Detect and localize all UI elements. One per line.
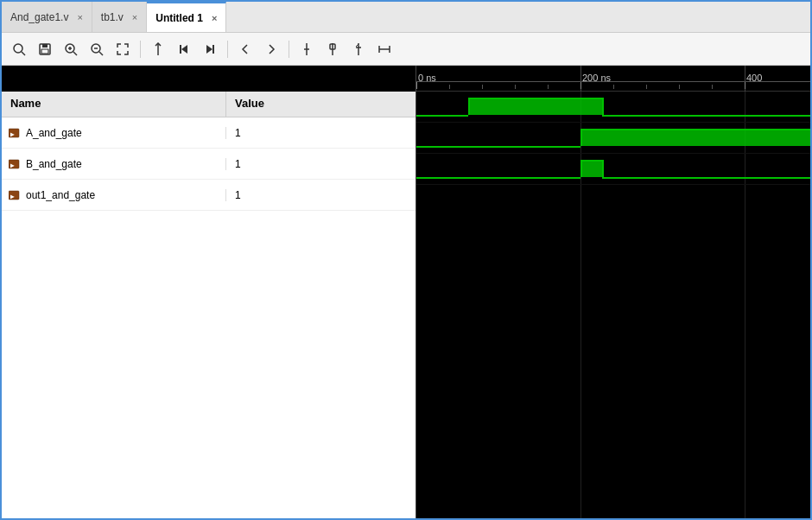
tab-and-gate[interactable]: And_gate1.v × xyxy=(2,2,92,32)
prev-edge-button[interactable] xyxy=(172,37,196,61)
signal-row-out[interactable]: ▶ out1_and_gate 1 xyxy=(2,180,416,211)
signal-icon-a: ▶ xyxy=(9,127,22,139)
wave-a-fall xyxy=(602,98,604,115)
tab-untitled-label: Untitled 1 xyxy=(155,12,203,24)
add-cursor-button[interactable] xyxy=(295,37,319,61)
svg-text:▶: ▶ xyxy=(10,193,15,200)
wave-out-low1 xyxy=(416,177,580,179)
tab-and-gate-close[interactable]: × xyxy=(77,12,82,22)
svg-rect-16 xyxy=(213,45,214,54)
signal-label-a: A_and_gate xyxy=(26,127,82,139)
save-button[interactable] xyxy=(33,37,57,61)
tab-tb1[interactable]: tb1.v × xyxy=(92,2,147,32)
wave-out-fall xyxy=(602,160,604,177)
signal-label-b: B_and_gate xyxy=(26,158,82,170)
time-label-200: 200 ns xyxy=(582,73,611,83)
wave-row-a xyxy=(416,92,810,123)
svg-point-0 xyxy=(14,44,22,53)
next-edge-button[interactable] xyxy=(198,37,222,61)
tab-bar: And_gate1.v × tb1.v × Untitled 1 × xyxy=(2,2,810,33)
time-label-400: 400 xyxy=(746,73,762,83)
search-button[interactable] xyxy=(7,37,31,61)
cursor-button[interactable] xyxy=(146,37,170,61)
svg-marker-15 xyxy=(206,45,213,54)
svg-rect-3 xyxy=(42,44,48,48)
toolbar xyxy=(2,33,810,66)
step-back-button[interactable] xyxy=(233,37,257,61)
main-area: Name Value ▶ A_and_gate 1 xyxy=(2,66,810,520)
svg-line-6 xyxy=(73,52,77,55)
wave-row-b xyxy=(416,123,810,154)
wave-a-low2 xyxy=(602,115,810,117)
svg-marker-13 xyxy=(181,45,187,54)
step-fwd-button[interactable] xyxy=(259,37,283,61)
wave-b-fill xyxy=(580,129,810,146)
fit-button[interactable] xyxy=(111,37,135,61)
wave-b-low xyxy=(416,146,580,148)
svg-text:▶: ▶ xyxy=(10,130,15,138)
waveform-panel: 0 ns 200 ns 400 xyxy=(416,66,810,520)
tab-untitled-close[interactable]: × xyxy=(212,13,217,23)
svg-text:▶: ▶ xyxy=(10,162,15,169)
signal-name-a: ▶ A_and_gate xyxy=(2,127,226,139)
col-name-header: Name xyxy=(2,92,226,117)
signal-rows: ▶ A_and_gate 1 ▶ B_and_gate xyxy=(2,117,416,520)
tab-tb1-label: tb1.v xyxy=(101,11,124,23)
signal-name-out: ▶ out1_and_gate xyxy=(2,189,226,201)
time-ruler: 0 ns 200 ns 400 xyxy=(416,66,810,92)
wave-a-fill xyxy=(468,98,602,115)
toolbar-sep-2 xyxy=(227,41,228,58)
signal-label-out: out1_and_gate xyxy=(26,189,95,201)
col-value-header: Value xyxy=(226,92,273,117)
signal-value-b: 1 xyxy=(226,158,250,170)
svg-line-10 xyxy=(99,52,103,55)
zoom-in-button[interactable] xyxy=(59,37,83,61)
signal-header: Name Value xyxy=(2,92,416,117)
svg-rect-4 xyxy=(41,49,48,54)
signal-value-a: 1 xyxy=(226,127,250,139)
marker-button[interactable] xyxy=(320,37,345,61)
signal-row-a[interactable]: ▶ A_and_gate 1 xyxy=(2,117,416,149)
svg-rect-14 xyxy=(180,45,181,54)
signal-name-b: ▶ B_and_gate xyxy=(2,158,226,170)
signal-value-out: 1 xyxy=(226,189,250,201)
tab-and-gate-label: And_gate1.v xyxy=(10,11,68,23)
wave-out-low2 xyxy=(602,177,810,179)
toolbar-sep-1 xyxy=(140,41,141,58)
signal-icon-b: ▶ xyxy=(9,158,22,170)
time-label-0: 0 ns xyxy=(418,73,436,83)
wave-a-low1 xyxy=(416,115,468,117)
svg-line-1 xyxy=(22,52,25,55)
remove-cursor-button[interactable] xyxy=(346,37,371,61)
spacer-button[interactable] xyxy=(372,37,396,61)
toolbar-sep-3 xyxy=(289,41,289,58)
wave-row-out xyxy=(416,154,810,185)
signal-icon-out: ▶ xyxy=(9,189,22,201)
wave-out-fill xyxy=(580,160,602,177)
tab-untitled[interactable]: Untitled 1 × xyxy=(147,2,226,32)
tab-tb1-close[interactable]: × xyxy=(132,12,137,22)
signal-row-b[interactable]: ▶ B_and_gate 1 xyxy=(2,149,416,180)
waveform-signals xyxy=(416,92,810,520)
signal-panel: Name Value ▶ A_and_gate 1 xyxy=(2,66,416,520)
zoom-out-button[interactable] xyxy=(85,37,109,61)
